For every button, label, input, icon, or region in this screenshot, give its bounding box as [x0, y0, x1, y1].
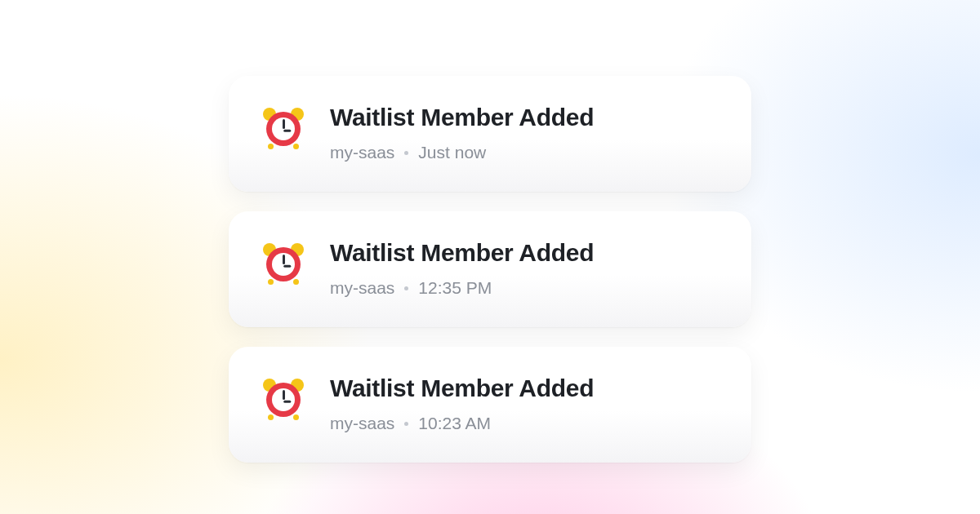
alarm-clock-icon — [261, 242, 305, 286]
notification-time: 10:23 AM — [418, 414, 491, 433]
notification-card[interactable]: Waitlist Member Added my-saas 10:23 AM — [229, 347, 751, 463]
notification-source: my-saas — [330, 414, 394, 433]
notification-time: Just now — [418, 143, 486, 162]
notification-title: Waitlist Member Added — [330, 104, 719, 131]
notification-time: 12:35 PM — [418, 278, 492, 298]
alarm-clock-icon — [261, 378, 305, 422]
notification-source: my-saas — [330, 143, 394, 162]
notification-card[interactable]: Waitlist Member Added my-saas Just now — [229, 76, 751, 192]
notification-stack: Waitlist Member Added my-saas Just now W… — [229, 76, 751, 463]
alarm-clock-icon — [261, 107, 305, 151]
notification-card[interactable]: Waitlist Member Added my-saas 12:35 PM — [229, 211, 751, 327]
notification-source: my-saas — [330, 278, 394, 298]
notification-title: Waitlist Member Added — [330, 239, 719, 267]
notification-title: Waitlist Member Added — [330, 374, 719, 402]
separator-dot — [404, 286, 408, 290]
notification-meta: my-saas 12:35 PM — [330, 278, 719, 298]
separator-dot — [404, 151, 408, 155]
notification-meta: my-saas Just now — [330, 143, 719, 162]
notification-meta: my-saas 10:23 AM — [330, 414, 719, 433]
separator-dot — [404, 422, 408, 426]
